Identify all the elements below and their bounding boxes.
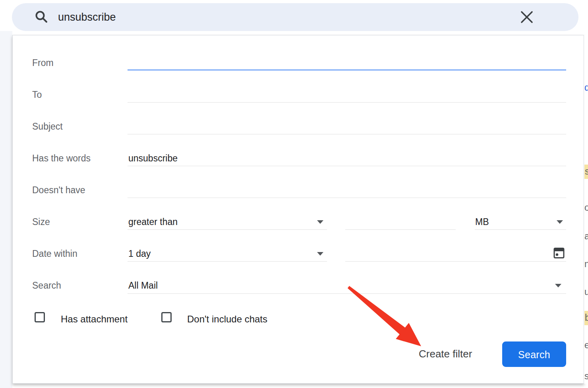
date-range-dropdown[interactable]: 1 day	[128, 248, 151, 259]
dropdown-arrow-icon[interactable]	[557, 220, 563, 224]
doesnt-have-input[interactable]	[128, 180, 565, 198]
search-in-dropdown[interactable]: All Mail	[128, 280, 158, 291]
background-text-fragment: s	[584, 371, 588, 382]
has-words-label: Has the words	[32, 153, 91, 164]
dropdown-arrow-icon[interactable]	[555, 284, 561, 287]
dont-include-chats-label[interactable]: Don't include chats	[187, 314, 267, 325]
has-words-underline	[128, 166, 566, 166]
background-text-fragment: d	[584, 82, 588, 93]
size-label: Size	[32, 217, 50, 227]
from-label: From	[32, 58, 54, 68]
size-comparator-dropdown[interactable]: greater than	[128, 217, 178, 227]
date-input[interactable]	[346, 244, 545, 262]
search-icon[interactable]	[34, 10, 48, 24]
gmail-search-bar[interactable]: unsubscribe	[12, 3, 578, 31]
size-comparator-underline	[128, 229, 327, 230]
dropdown-arrow-icon[interactable]	[317, 220, 323, 224]
background-text-fragment: b	[584, 311, 588, 325]
has-words-input[interactable]: unsubscribe	[128, 153, 565, 171]
to-underline	[128, 102, 566, 103]
search-input[interactable]: unsubscribe	[58, 3, 116, 31]
subject-label: Subject	[32, 121, 63, 132]
calendar-icon[interactable]	[553, 247, 565, 259]
background-text-fragment: e	[584, 340, 588, 351]
search-filter-dialog: From To Subject Has the words unsubscrib…	[12, 35, 584, 384]
search-button[interactable]: Search	[502, 341, 566, 367]
has-attachment-label[interactable]: Has attachment	[61, 314, 128, 325]
has-attachment-checkbox[interactable]	[35, 312, 45, 322]
search-in-label: Search	[32, 280, 61, 291]
background-text-fragment: a	[584, 231, 588, 242]
background-text-fragment: o	[584, 202, 588, 213]
background-text-fragment: n	[584, 258, 588, 270]
from-input[interactable]	[128, 53, 565, 71]
size-unit-underline	[475, 229, 566, 230]
date-underline	[345, 261, 566, 262]
size-amount-underline	[345, 229, 456, 230]
date-within-label: Date within	[32, 248, 77, 259]
size-unit-dropdown[interactable]: MB	[475, 217, 489, 227]
doesnt-have-label: Doesn't have	[32, 185, 85, 196]
background-text-fragment: u	[584, 286, 588, 297]
close-icon[interactable]	[520, 10, 534, 24]
dont-include-chats-checkbox[interactable]	[161, 312, 172, 322]
create-filter-button[interactable]: Create filter	[419, 348, 472, 360]
from-underline	[128, 70, 566, 70]
search-in-underline	[128, 293, 566, 294]
dropdown-arrow-icon[interactable]	[317, 252, 323, 256]
date-range-underline	[128, 261, 327, 262]
doesnt-have-underline	[128, 198, 566, 198]
subject-input[interactable]	[128, 116, 565, 135]
subject-underline	[128, 134, 566, 134]
background-text-fragment: s	[584, 165, 588, 179]
page-background-strip	[0, 31, 12, 388]
to-label: To	[32, 89, 42, 100]
to-input[interactable]	[128, 85, 565, 103]
edge-fragments: dsoanubes	[584, 35, 588, 384]
size-amount-input[interactable]	[346, 212, 455, 230]
